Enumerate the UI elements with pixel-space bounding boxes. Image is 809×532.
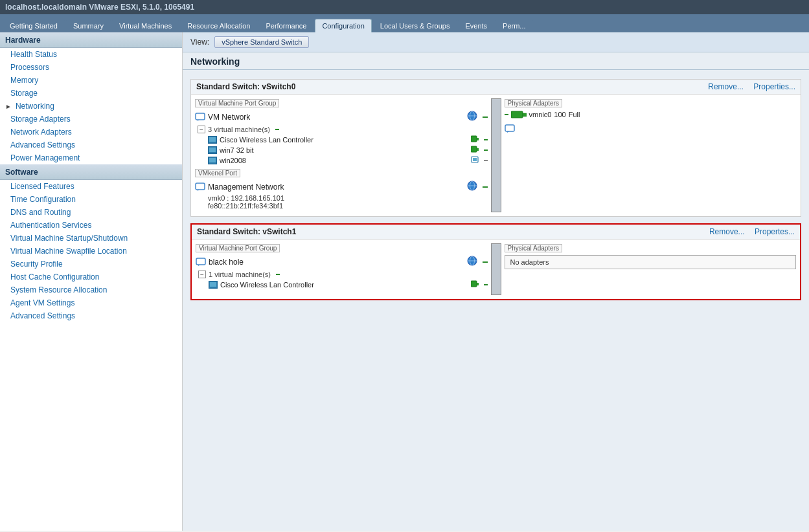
svg-rect-0 <box>196 113 205 120</box>
sidebar-item-power-management[interactable]: Power Management <box>0 151 182 164</box>
uplink-bar-graphic-1 <box>491 243 501 295</box>
sidebar-item-storage[interactable]: Storage <box>0 87 182 100</box>
vm-swapfile-label: Virtual Machine Swapfile Location <box>10 247 127 256</box>
vm-network-name: VM Network <box>208 113 250 122</box>
sidebar-item-auth-services[interactable]: Authentication Services <box>0 219 182 232</box>
tab-performance[interactable]: Performance <box>258 19 313 32</box>
svg-rect-23 <box>523 113 527 116</box>
bh-vm-count-row: − 1 virtual machine(s) <box>196 269 488 280</box>
connect-dot-cisco-bh <box>471 280 479 289</box>
vswitch0-title: Standard Switch: vSwitch0 <box>196 82 295 91</box>
tab-local-users[interactable]: Local Users & Groups <box>373 19 457 32</box>
tab-getting-started[interactable]: Getting Started <box>3 19 65 32</box>
collapse-vms-btn[interactable]: − <box>198 126 205 133</box>
vm-count-row: − 3 virtual machine(s) <box>195 124 488 135</box>
bh-vm-count-label: 1 virtual machine(s) <box>209 271 271 278</box>
sidebar-item-system-resource[interactable]: System Resource Allocation <box>0 283 182 296</box>
vm-network-portgroup: Virtual Machine Port Group VM Network <box>195 98 488 166</box>
tab-events[interactable]: Events <box>458 19 494 32</box>
vswitch0-header: Standard Switch: vSwitch0 Remove... Prop… <box>191 80 801 94</box>
vm-port-group-label: Virtual Machine Port Group <box>195 99 279 107</box>
title-text: localhost.localdomain VMware ESXi, 5.1.0… <box>5 3 194 12</box>
vswitch1-remove-link[interactable]: Remove... <box>709 227 745 236</box>
sidebar-item-processors[interactable]: Processors <box>0 61 182 74</box>
tab-resource-allocation[interactable]: Resource Allocation <box>180 19 257 32</box>
connect-icon-win2008 <box>471 156 479 165</box>
uplink-bar-graphic <box>491 98 501 212</box>
svg-marker-25 <box>507 131 509 133</box>
mgmt-chat-icon <box>195 183 205 192</box>
vm-item-cisco-bh: Cisco Wireless Lan Controller <box>196 280 488 290</box>
globe-icon-mgmt <box>467 181 477 193</box>
auth-services-label: Authentication Services <box>10 221 91 230</box>
sidebar-item-networking[interactable]: ► Networking <box>0 100 182 113</box>
vm-network-row: VM Network <box>195 109 488 124</box>
sidebar-item-vm-swapfile[interactable]: Virtual Machine Swapfile Location <box>0 245 182 258</box>
sidebar-item-dns-routing[interactable]: DNS and Routing <box>0 206 182 219</box>
content-inner: Standard Switch: vSwitch0 Remove... Prop… <box>183 70 809 309</box>
view-button[interactable]: vSphere Standard Switch <box>214 36 309 48</box>
sidebar: Hardware Health Status Processors Memory… <box>0 32 183 531</box>
sidebar-item-advanced-settings-sw[interactable]: Advanced Settings <box>0 309 182 322</box>
vswitch1-title: Standard Switch: vSwitch1 <box>197 227 296 236</box>
vm-win2008-icon <box>208 157 217 164</box>
memory-label: Memory <box>10 76 38 85</box>
svg-rect-24 <box>505 125 514 131</box>
vswitch0-remove-link[interactable]: Remove... <box>708 82 744 91</box>
tab-configuration[interactable]: Configuration <box>315 19 371 32</box>
networking-section-title: Networking <box>183 52 809 70</box>
vm-win7-label: win7 32 bit <box>220 146 254 154</box>
svg-rect-12 <box>477 148 479 151</box>
vm-cisco-label: Cisco Wireless Lan Controller <box>220 136 313 144</box>
sidebar-item-licensed-features[interactable]: Licensed Features <box>0 180 182 193</box>
sidebar-item-vm-startup-shutdown[interactable]: Virtual Machine Startup/Shutdown <box>0 232 182 245</box>
blackhole-row: black hole <box>196 254 488 269</box>
connect-line-cisco <box>484 139 488 140</box>
connect-line-2 <box>275 129 279 130</box>
sidebar-item-agent-vm[interactable]: Agent VM Settings <box>0 296 182 309</box>
vm-item-cisco: Cisco Wireless Lan Controller <box>195 135 488 145</box>
svg-rect-14 <box>209 158 216 162</box>
vswitch0-portgroup-col: Virtual Machine Port Group VM Network <box>195 98 488 212</box>
sidebar-item-network-adapters[interactable]: Network Adapters <box>0 126 182 139</box>
connect-line-mgmt <box>483 186 488 188</box>
network-adapters-label: Network Adapters <box>10 127 72 137</box>
sidebar-item-advanced-settings[interactable]: Advanced Settings <box>0 139 182 151</box>
sidebar-item-storage-adapters[interactable]: Storage Adapters <box>0 113 182 126</box>
vswitch1-portgroup-col: Virtual Machine Port Group black hole <box>196 243 488 295</box>
sidebar-item-memory[interactable]: Memory <box>0 74 182 87</box>
processors-label: Processors <box>10 63 49 72</box>
connect-dot-win7 <box>471 146 479 155</box>
vswitch1-body: Virtual Machine Port Group black hole <box>192 239 800 299</box>
connect-dot-cisco <box>471 135 479 144</box>
sidebar-item-health-status[interactable]: Health Status <box>0 48 182 61</box>
system-resource-label: System Resource Allocation <box>10 285 107 294</box>
vswitch0-properties-link[interactable]: Properties... <box>753 82 795 91</box>
tab-permissions[interactable]: Perm... <box>496 19 532 32</box>
sidebar-item-host-cache[interactable]: Host Cache Configuration <box>0 271 182 283</box>
vm-win2008-label: win2008 <box>220 157 246 164</box>
phys-adapters-label: Physical Adapters <box>505 99 563 107</box>
sidebar-item-time-configuration[interactable]: Time Configuration <box>0 193 182 206</box>
vmnic0-label: vmnic0 <box>529 111 552 118</box>
vmnic0-speed: 100 <box>554 111 565 118</box>
title-bar: localhost.localdomain VMware ESXi, 5.1.0… <box>0 0 809 14</box>
no-adapters-text: No adapters <box>510 258 549 266</box>
tab-summary[interactable]: Summary <box>66 19 111 32</box>
vswitch0-body: Virtual Machine Port Group VM Network <box>191 94 801 216</box>
connect-line-bh-vms <box>276 274 280 275</box>
blackhole-portgroup: Virtual Machine Port Group black hole <box>196 243 488 290</box>
network-speech-icon <box>505 124 515 133</box>
tab-virtual-machines[interactable]: Virtual Machines <box>112 19 179 32</box>
vswitch0-uplink-bar <box>490 98 502 212</box>
svg-marker-18 <box>198 190 199 191</box>
vswitch0-actions: Remove... Properties... <box>700 82 795 91</box>
hardware-section-header: Hardware <box>0 32 182 48</box>
vswitch1-header: Standard Switch: vSwitch1 Remove... Prop… <box>192 225 800 239</box>
svg-rect-6 <box>209 137 216 142</box>
vswitch1-properties-link[interactable]: Propertes... <box>755 227 795 236</box>
sidebar-item-security-profile[interactable]: Security Profile <box>0 258 182 271</box>
storage-label: Storage <box>10 89 38 98</box>
collapse-bh-vms-btn[interactable]: − <box>198 271 206 278</box>
vm-cisco-bh-label: Cisco Wireless Lan Controller <box>220 281 314 289</box>
